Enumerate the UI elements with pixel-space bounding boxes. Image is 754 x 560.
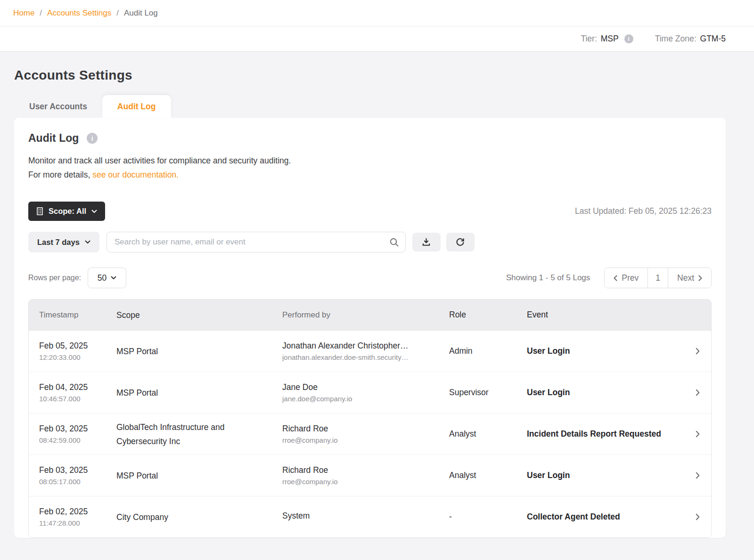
chevron-right-icon [696, 348, 700, 355]
showing-count-text: Showing 1 - 5 of 5 Logs [506, 273, 590, 283]
refresh-button[interactable] [446, 233, 475, 252]
tier-info-icon[interactable]: i [624, 34, 633, 43]
tab-audit-log[interactable]: Audit Log [102, 95, 171, 118]
chevron-down-icon [91, 210, 97, 213]
tabs: User Accounts Audit Log [14, 95, 726, 118]
refresh-icon [456, 238, 465, 247]
chevron-right-icon [696, 513, 700, 520]
prev-page-button[interactable]: Prev [605, 268, 647, 288]
row-performed-by: System [282, 511, 438, 521]
chevron-down-icon [111, 276, 116, 280]
rows-per-page-select[interactable]: 50 [88, 268, 126, 288]
row-time: 11:47:28.000 [39, 519, 110, 527]
scope-dropdown-button[interactable]: Scope: All [28, 202, 105, 221]
row-detail-chevron[interactable] [684, 513, 711, 520]
table-row[interactable]: Feb 05, 2025 12:20:33.000 MSP Portal Jon… [29, 330, 711, 372]
page-title: Accounts Settings [14, 68, 726, 83]
timezone-value: GTM-5 [700, 34, 726, 44]
download-button[interactable] [412, 233, 441, 252]
row-scope: MSP Portal [116, 469, 282, 483]
breadcrumb-separator: / [116, 8, 119, 18]
row-performed-by: Richard Roe [282, 424, 438, 434]
row-detail-chevron[interactable] [684, 472, 711, 479]
audit-log-panel: Audit Log i Monitor and track all user a… [14, 118, 726, 538]
timezone-info: Time Zone: GTM-5 [655, 34, 726, 44]
next-label: Next [677, 273, 694, 283]
row-date: Feb 05, 2025 [39, 341, 110, 351]
table-row[interactable]: Feb 03, 2025 08:05:17.000 MSP Portal Ric… [29, 454, 711, 496]
col-header-event: Event [527, 310, 684, 320]
row-date: Feb 03, 2025 [39, 424, 110, 434]
breadcrumb-accounts-settings-link[interactable]: Accounts Settings [47, 8, 111, 18]
row-email: jonathan.alexander.doe-smith.security… [282, 353, 438, 361]
row-role: Admin [449, 346, 527, 356]
audit-log-info-icon[interactable]: i [87, 133, 98, 144]
search-field-wrap [107, 232, 406, 252]
row-role: - [449, 512, 527, 522]
tier-label: Tier: [581, 34, 597, 44]
table-row[interactable]: Feb 02, 2025 11:47:28.000 City Company S… [29, 496, 711, 537]
date-range-dropdown[interactable]: Last 7 days [28, 232, 99, 252]
row-scope: MSP Portal [116, 386, 282, 400]
table-row[interactable]: Feb 03, 2025 08:42:59.000 GlobalTech Inf… [29, 413, 711, 454]
row-event: User Login [527, 388, 684, 398]
col-header-role: Role [449, 310, 527, 320]
meta-bar: Tier: MSP i Time Zone: GTM-5 [0, 26, 754, 52]
row-detail-chevron[interactable] [684, 348, 711, 355]
next-page-button[interactable]: Next [668, 268, 711, 288]
row-event: Incident Details Report Requested [527, 429, 684, 439]
table-row[interactable]: Feb 04, 2025 10:46:57.000 MSP Portal Jan… [29, 372, 711, 413]
row-scope: GlobalTech Infrastructure and Cybersecur… [116, 420, 282, 448]
col-header-performed-by: Performed by [282, 310, 449, 320]
row-role: Analyst [449, 429, 527, 439]
breadcrumb-separator: / [40, 8, 42, 18]
row-performed-by: Jonathan Alexander Christopher… [282, 341, 438, 351]
scope-button-label: Scope: All [49, 207, 86, 216]
row-email: rroe@company.io [282, 478, 438, 486]
last-updated-text: Last Updated: Feb 05, 2025 12:26:23 [575, 206, 712, 216]
row-time: 08:05:17.000 [39, 478, 110, 486]
col-header-scope: Scope [116, 308, 282, 322]
tier-info: Tier: MSP i [581, 34, 633, 44]
row-event: Collector Agent Deleted [527, 512, 684, 522]
search-icon[interactable] [389, 237, 399, 249]
row-performed-by: Richard Roe [282, 465, 438, 475]
panel-description: Monitor and track all user activities fo… [28, 154, 712, 182]
row-email: rroe@company.io [282, 436, 438, 444]
row-time: 08:42:59.000 [39, 436, 110, 444]
row-role: Supervisor [449, 388, 527, 398]
breadcrumb: Home / Accounts Settings / Audit Log [0, 0, 754, 26]
timezone-label: Time Zone: [655, 34, 697, 44]
chevron-down-icon [85, 240, 90, 244]
chevron-right-icon [696, 472, 700, 479]
row-detail-chevron[interactable] [684, 430, 711, 438]
col-header-timestamp: Timestamp [39, 310, 116, 320]
panel-title: Audit Log [28, 132, 79, 145]
row-event: User Login [527, 346, 684, 356]
table-header: Timestamp Scope Performed by Role Event [29, 300, 711, 330]
row-email: jane.doe@company.io [282, 395, 438, 403]
row-date: Feb 02, 2025 [39, 507, 110, 517]
audit-log-table: Timestamp Scope Performed by Role Event … [28, 299, 712, 538]
rows-per-page-value: 50 [98, 273, 107, 283]
date-range-label: Last 7 days [37, 238, 80, 247]
row-scope: MSP Portal [116, 344, 282, 358]
breadcrumb-current-page: Audit Log [124, 8, 158, 18]
row-time: 10:46:57.000 [39, 395, 110, 403]
row-date: Feb 04, 2025 [39, 382, 110, 392]
chevron-right-icon [696, 389, 700, 396]
row-date: Feb 03, 2025 [39, 465, 110, 475]
page-number-button[interactable]: 1 [647, 268, 668, 288]
chevron-right-icon [698, 275, 702, 281]
row-detail-chevron[interactable] [684, 389, 711, 396]
breadcrumb-home-link[interactable]: Home [13, 8, 34, 18]
description-line: Monitor and track all user activities fo… [28, 156, 291, 165]
row-role: Analyst [449, 471, 527, 480]
documentation-link[interactable]: see our documentation. [92, 170, 179, 179]
row-scope: City Company [116, 510, 282, 524]
tier-value: MSP [601, 34, 619, 44]
tab-user-accounts[interactable]: User Accounts [14, 95, 102, 118]
search-input[interactable] [107, 232, 406, 252]
pagination: Prev 1 Next [604, 268, 712, 288]
download-icon [422, 238, 431, 247]
